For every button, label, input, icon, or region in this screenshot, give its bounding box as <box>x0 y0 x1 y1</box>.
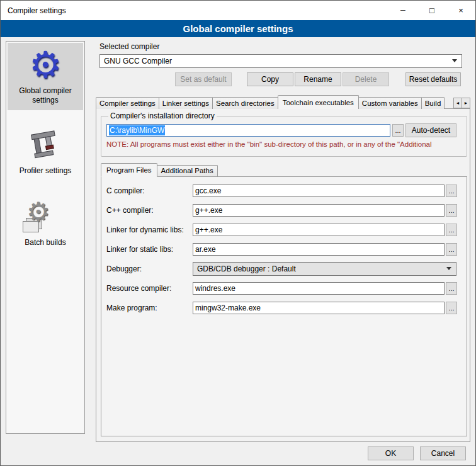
browse-button[interactable]: ... <box>446 204 457 217</box>
titlebar: Compiler settings ─ □ × <box>1 1 475 20</box>
subtab-additional-paths[interactable]: Additional Paths <box>157 165 218 176</box>
auto-detect-button[interactable]: Auto-detect <box>405 123 456 137</box>
tab-toolchain-executables[interactable]: Toolchain executables <box>278 95 359 109</box>
window-controls: ─ □ × <box>388 1 475 20</box>
ok-button[interactable]: OK <box>368 446 414 460</box>
make-program-input[interactable]: mingw32-make.exe <box>193 302 445 314</box>
field-label: Resource compiler: <box>106 284 193 293</box>
batch-builds-icon: ⚙ <box>9 201 82 236</box>
cpp-compiler-input[interactable]: g++.exe <box>193 204 445 217</box>
set-as-default-button[interactable]: Set as default <box>175 72 232 86</box>
field-value: g++.exe <box>195 225 222 234</box>
field-value: mingw32-make.exe <box>195 304 261 312</box>
maximize-button[interactable]: □ <box>417 1 446 20</box>
gear-icon: ⚙ <box>26 198 50 226</box>
installation-directory-value: C:\raylib\MinGW <box>109 125 165 135</box>
sidebar-item-batch-builds[interactable]: ⚙ Batch builds <box>8 191 83 253</box>
field-row-make-program: Make program: mingw32-make.exe ... <box>106 301 462 315</box>
field-label: Linker for static libs: <box>106 245 193 254</box>
tab-search-directories[interactable]: Search directories <box>212 97 278 109</box>
selected-compiler-label: Selected compiler <box>99 42 159 51</box>
chevron-down-icon <box>452 59 457 62</box>
compiler-buttons-row: Set as default Copy Rename Delete Reset … <box>175 72 461 86</box>
toolchain-executables-panel: Compiler's installation directory C:\ray… <box>96 108 470 442</box>
window-title: Compiler settings <box>8 6 66 15</box>
browse-button[interactable]: ... <box>446 185 457 197</box>
browse-button[interactable]: ... <box>446 243 457 256</box>
installation-directory-row: C:\raylib\MinGW ... Auto-detect <box>106 123 462 137</box>
subtabs: Program Files Additional Paths <box>101 162 464 176</box>
dialog-body: ⚙ Global compiler settings Profiler sett… <box>1 37 475 465</box>
page-title: Global compiler settings <box>1 20 475 37</box>
sidebar-item-label: Batch builds <box>9 238 82 247</box>
sidebar-item-label: Global compiler settings <box>9 86 82 105</box>
field-label: C++ compiler: <box>106 206 193 215</box>
rename-button[interactable]: Rename <box>295 72 341 86</box>
sidebar: ⚙ Global compiler settings Profiler sett… <box>6 41 85 434</box>
linker-dynamic-input[interactable]: g++.exe <box>193 224 445 236</box>
copy-button[interactable]: Copy <box>247 72 293 86</box>
sidebar-item-label: Profiler settings <box>9 166 82 176</box>
chevron-down-icon <box>446 267 451 270</box>
close-button[interactable]: × <box>446 1 475 20</box>
tab-scroll-left-icon[interactable]: ◄ <box>453 98 462 108</box>
field-value: ar.exe <box>195 245 216 254</box>
browse-button[interactable]: ... <box>446 302 457 314</box>
minimize-button[interactable]: ─ <box>388 1 417 20</box>
tab-linker-settings[interactable]: Linker settings <box>159 97 213 109</box>
tab-compiler-settings[interactable]: Compiler settings <box>96 97 159 109</box>
field-row-linker-dynamic: Linker for dynamic libs: g++.exe ... <box>106 223 462 237</box>
note-text: NOTE: All programs must exist either in … <box>106 140 462 148</box>
selected-compiler-dropdown[interactable]: GNU GCC Compiler <box>99 54 462 68</box>
field-value: gcc.exe <box>195 186 221 195</box>
resource-compiler-input[interactable]: windres.exe <box>193 282 445 295</box>
delete-button[interactable]: Delete <box>343 72 389 86</box>
installation-directory-input[interactable]: C:\raylib\MinGW <box>106 124 390 137</box>
browse-button[interactable]: ... <box>446 282 457 295</box>
main-area: Selected compiler GNU GCC Compiler Set a… <box>92 37 475 465</box>
field-row-debugger: Debugger: GDB/CDB debugger : Default <box>106 262 462 276</box>
tab-scroll-arrows: ◄ ► <box>453 98 470 108</box>
field-value: g++.exe <box>195 206 222 215</box>
field-label: Linker for dynamic libs: <box>106 225 193 234</box>
browse-button[interactable]: ... <box>446 224 457 236</box>
subtab-program-files[interactable]: Program Files <box>101 163 157 177</box>
debugger-dropdown[interactable]: GDB/CDB debugger : Default <box>193 262 456 276</box>
reset-defaults-button[interactable]: Reset defaults <box>405 72 461 86</box>
field-row-c-compiler: C compiler: gcc.exe ... <box>106 184 462 198</box>
tabs-scroller: Compiler settings Linker settings Search… <box>96 94 452 109</box>
cancel-button[interactable]: Cancel <box>420 446 466 460</box>
field-row-linker-static: Linker for static libs: ar.exe ... <box>106 242 462 256</box>
field-label: Debugger: <box>106 264 193 273</box>
selected-compiler-value: GNU GCC Compiler <box>104 57 172 65</box>
field-value: windres.exe <box>195 284 235 293</box>
program-files-panel: C compiler: gcc.exe ... C++ compiler: g+… <box>101 176 467 436</box>
debugger-value: GDB/CDB debugger : Default <box>197 264 296 273</box>
sidebar-item-global-compiler-settings[interactable]: ⚙ Global compiler settings <box>8 43 83 110</box>
field-label: Make program: <box>106 304 193 312</box>
compiler-settings-window: Compiler settings ─ □ × Global compiler … <box>0 0 476 466</box>
tabstrip: Compiler settings Linker settings Search… <box>96 94 470 109</box>
field-row-cpp-compiler: C++ compiler: g++.exe ... <box>106 203 462 217</box>
gear-icon: ⚙ <box>9 45 82 84</box>
sidebar-item-profiler-settings[interactable]: Profiler settings <box>8 119 83 181</box>
tab-build-options[interactable]: Build <box>421 97 445 109</box>
linker-static-input[interactable]: ar.exe <box>193 243 445 256</box>
installation-directory-group-title: Compiler's installation directory <box>108 111 217 120</box>
browse-directory-button[interactable]: ... <box>392 124 404 137</box>
profiler-icon <box>9 128 82 164</box>
c-compiler-input[interactable]: gcc.exe <box>193 185 445 197</box>
installation-directory-group: Compiler's installation directory C:\ray… <box>101 111 467 157</box>
field-row-resource-compiler: Resource compiler: windres.exe ... <box>106 281 462 295</box>
tab-custom-variables[interactable]: Custom variables <box>358 97 422 109</box>
tab-scroll-right-icon[interactable]: ► <box>462 98 470 108</box>
dialog-footer: OK Cancel <box>368 446 466 460</box>
field-label: C compiler: <box>106 186 193 195</box>
